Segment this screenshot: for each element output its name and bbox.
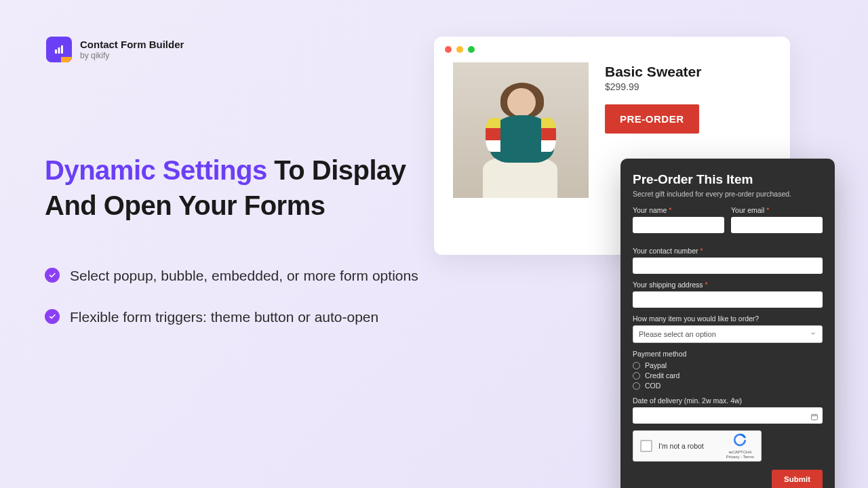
product-image <box>453 62 589 198</box>
maximize-dot-icon <box>468 46 475 53</box>
name-input[interactable] <box>633 217 724 233</box>
app-header: Contact Form Builder by qikify <box>46 37 184 62</box>
contact-input[interactable] <box>633 258 823 274</box>
date-input[interactable] <box>633 407 823 424</box>
payment-option-credit-card[interactable]: Credit card <box>633 371 823 380</box>
radio-icon <box>633 362 640 369</box>
preorder-button[interactable]: PRE-ORDER <box>605 104 699 134</box>
payment-label: Payment method <box>633 350 823 358</box>
name-label: Your name * <box>633 206 724 214</box>
email-input[interactable] <box>731 217 823 233</box>
app-title: Contact Form Builder <box>80 39 184 50</box>
qty-select-value: Please select an option <box>639 330 716 338</box>
app-subtitle: by qikify <box>80 51 184 60</box>
preorder-form: Pre-Order This Item Secret gift included… <box>620 159 835 488</box>
bullet-list: Select popup, bubble, embedded, or more … <box>45 265 425 328</box>
payment-method-group: Payment method Paypal Credit card COD <box>633 350 823 390</box>
svg-rect-3 <box>812 415 818 420</box>
payment-option-cod[interactable]: COD <box>633 382 823 390</box>
close-dot-icon <box>445 46 452 53</box>
radio-icon <box>633 382 640 390</box>
payment-option-paypal[interactable]: Paypal <box>633 361 823 369</box>
recaptcha-logo-icon: reCAPTCHA Privacy - Terms <box>726 432 754 460</box>
bullet-text: Flexible form triggers: theme button or … <box>70 306 378 329</box>
hero-title-accent: Dynamic Settings <box>45 155 267 185</box>
qty-label: How many item you would like to order? <box>633 314 823 323</box>
bullet-item: Flexible form triggers: theme button or … <box>45 306 425 329</box>
product-price: $299.99 <box>605 81 701 92</box>
app-icon <box>46 37 72 62</box>
address-input[interactable] <box>633 291 823 308</box>
check-icon <box>45 268 60 283</box>
calendar-icon <box>810 411 818 420</box>
bullet-item: Select popup, bubble, embedded, or more … <box>45 265 425 287</box>
qty-select[interactable]: Please select an option <box>633 325 823 343</box>
recaptcha-text: I'm not a robot <box>658 442 720 450</box>
svg-rect-2 <box>61 45 63 54</box>
window-controls <box>434 37 790 62</box>
address-label: Your shipping address * <box>633 281 823 289</box>
hero-title: Dynamic Settings To Display And Open You… <box>45 152 425 223</box>
svg-rect-1 <box>58 47 60 54</box>
date-label: Date of delivery (min. 2w max. 4w) <box>633 396 823 405</box>
hero-section: Dynamic Settings To Display And Open You… <box>45 152 425 347</box>
email-label: Your email * <box>731 206 823 214</box>
bullet-text: Select popup, bubble, embedded, or more … <box>70 265 418 287</box>
product-name: Basic Sweater <box>605 64 701 80</box>
recaptcha-checkbox[interactable] <box>640 440 652 452</box>
form-subtitle: Secret gift included for every pre-order… <box>633 190 823 198</box>
minimize-dot-icon <box>456 46 463 53</box>
chevron-down-icon <box>810 330 816 338</box>
form-title: Pre-Order This Item <box>633 172 823 187</box>
check-icon <box>45 309 60 324</box>
contact-label: Your contact number * <box>633 247 823 255</box>
svg-rect-0 <box>55 49 57 54</box>
submit-button[interactable]: Submit <box>772 470 823 488</box>
radio-icon <box>633 372 640 380</box>
recaptcha-widget[interactable]: I'm not a robot reCAPTCHA Privacy - Term… <box>633 430 762 462</box>
